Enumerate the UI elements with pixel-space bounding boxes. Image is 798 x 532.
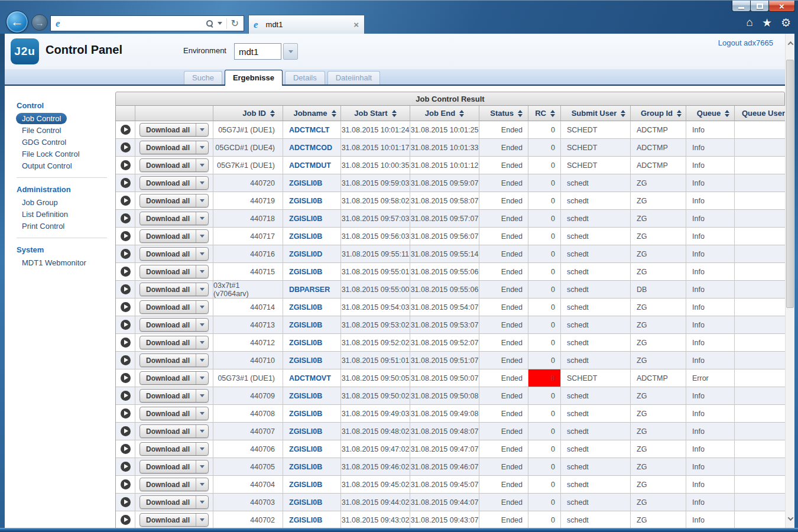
sidebar-item-output-control[interactable]: Output Control [22, 160, 72, 171]
expand-row-button[interactable] [121, 320, 131, 330]
expand-row-button[interactable] [121, 408, 131, 419]
jobname-link[interactable]: ZGISLI0B [283, 405, 341, 422]
download-all-button[interactable]: Download all [140, 460, 196, 473]
expand-row-button[interactable] [121, 462, 131, 472]
download-options-button[interactable] [196, 212, 208, 225]
sidebar-item-file-control[interactable]: File Control [22, 125, 61, 136]
download-all-button[interactable]: Download all [140, 425, 196, 437]
column-header-queue[interactable]: Queue [686, 106, 735, 121]
download-options-button[interactable] [196, 372, 208, 384]
expand-row-button[interactable] [121, 497, 131, 507]
download-all-button[interactable]: Download all [140, 265, 196, 278]
download-options-button[interactable] [196, 159, 208, 171]
expand-row-button[interactable] [121, 373, 131, 383]
browser-tab[interactable]: e mdt1 × [248, 15, 365, 34]
expand-row-button[interactable] [121, 142, 131, 153]
search-icon[interactable] [206, 20, 213, 27]
expand-row-button[interactable] [121, 196, 131, 206]
jobname-link[interactable]: ZGISLI0B [283, 299, 341, 316]
logout-link[interactable]: Logout adx7665 [718, 38, 773, 47]
jobname-link[interactable]: ZGISLI0B [283, 174, 341, 192]
download-all-button[interactable]: Download all [140, 478, 196, 491]
jobname-link[interactable]: ZGISLI0B [283, 316, 341, 333]
environment-value[interactable]: mdt1 [234, 43, 281, 60]
download-options-button[interactable] [196, 478, 208, 491]
close-button[interactable]: × [768, 1, 795, 12]
expand-row-button[interactable] [121, 231, 131, 241]
expand-row-button[interactable] [121, 338, 131, 348]
download-all-button[interactable]: Download all [140, 319, 196, 331]
jobname-link[interactable]: ZGISLI0B [283, 423, 341, 440]
jobname-link[interactable]: ZGISLI0B [283, 210, 341, 227]
download-all-button[interactable]: Download all [140, 372, 196, 384]
download-all-button[interactable]: Download all [140, 443, 196, 455]
expand-row-button[interactable] [121, 515, 131, 525]
jobname-link[interactable]: ZGISLI0B [283, 458, 341, 475]
download-options-button[interactable] [196, 319, 208, 331]
download-options-button[interactable] [196, 177, 208, 189]
expand-row-button[interactable] [121, 479, 131, 489]
download-all-button[interactable]: Download all [140, 514, 196, 526]
jobname-link[interactable]: ZGISLI0B [283, 334, 341, 351]
jobname-link[interactable]: ZGISLI0B [283, 476, 341, 493]
download-all-button[interactable]: Download all [140, 124, 196, 136]
home-icon[interactable]: ⌂ [746, 16, 752, 30]
jobname-link[interactable]: ADCTMCLT [283, 121, 341, 138]
jobname-link[interactable]: DBPARSER [283, 281, 341, 298]
download-options-button[interactable] [196, 443, 208, 455]
column-header-rc[interactable]: RC [528, 106, 561, 121]
download-options-button[interactable] [196, 407, 208, 420]
download-all-button[interactable]: Download all [140, 230, 196, 242]
expand-row-button[interactable] [121, 426, 131, 436]
expand-row-button[interactable] [121, 160, 131, 170]
download-options-button[interactable] [196, 460, 208, 473]
download-all-button[interactable]: Download all [140, 212, 196, 225]
download-options-button[interactable] [196, 230, 208, 242]
vertical-scrollbar[interactable] [785, 34, 794, 528]
download-all-button[interactable]: Download all [140, 354, 196, 366]
sidebar-item-mdt1-webmonitor[interactable]: MDT1 Webmonitor [22, 257, 86, 268]
sidebar-item-list-definition[interactable]: List Definition [22, 209, 68, 220]
column-header-job-id[interactable]: Job ID [213, 106, 283, 121]
download-all-button[interactable]: Download all [140, 194, 196, 207]
environment-combobox[interactable]: mdt1 [234, 43, 298, 60]
column-header-jobname[interactable]: Jobname [283, 106, 341, 121]
download-all-button[interactable]: Download all [140, 159, 196, 171]
download-options-button[interactable] [196, 496, 208, 508]
scrollbar-thumb[interactable] [786, 60, 794, 308]
jobname-link[interactable]: ZGISLI0B [283, 352, 341, 369]
download-options-button[interactable] [196, 425, 208, 437]
tab-ergebnisse[interactable]: Ergebnisse [225, 70, 283, 86]
address-dropdown-icon[interactable] [218, 22, 222, 25]
tools-gear-icon[interactable]: ⚙ [781, 16, 791, 30]
jobname-link[interactable]: ZGISLI0B [283, 511, 341, 528]
favorites-star-icon[interactable]: ★ [762, 16, 772, 30]
sidebar-item-gdg-control[interactable]: GDG Control [22, 137, 66, 148]
download-options-button[interactable] [196, 248, 208, 260]
expand-row-button[interactable] [121, 178, 131, 188]
column-header-job-end[interactable]: Job End [410, 106, 479, 121]
download-all-button[interactable]: Download all [140, 390, 196, 402]
refresh-icon[interactable]: ↻ [231, 19, 239, 28]
expand-row-button[interactable] [121, 213, 131, 223]
minimize-button[interactable] [732, 1, 751, 12]
tab-dateiinhalt[interactable]: Dateiinhalt [327, 71, 380, 85]
environment-dropdown-button[interactable] [283, 43, 298, 60]
jobname-link[interactable]: ZGISLI0B [283, 192, 341, 209]
address-bar[interactable]: e ↻ [50, 15, 244, 31]
browser-back-button[interactable]: ← [6, 11, 28, 33]
jobname-link[interactable]: ZGISLI0B [283, 263, 341, 280]
expand-row-button[interactable] [121, 125, 131, 135]
tab-details[interactable]: Details [285, 71, 325, 85]
download-options-button[interactable] [196, 336, 208, 349]
download-all-button[interactable]: Download all [140, 407, 196, 420]
expand-row-button[interactable] [121, 444, 131, 454]
scroll-up-button[interactable] [786, 36, 795, 50]
download-options-button[interactable] [196, 124, 208, 136]
download-all-button[interactable]: Download all [140, 248, 196, 260]
jobname-link[interactable]: ADCTMCOD [283, 139, 341, 156]
jobname-link[interactable]: ZGISLI0B [283, 494, 341, 511]
download-all-button[interactable]: Download all [140, 283, 196, 296]
sidebar-item-job-group[interactable]: Job Group [22, 197, 58, 208]
download-options-button[interactable] [196, 514, 208, 526]
